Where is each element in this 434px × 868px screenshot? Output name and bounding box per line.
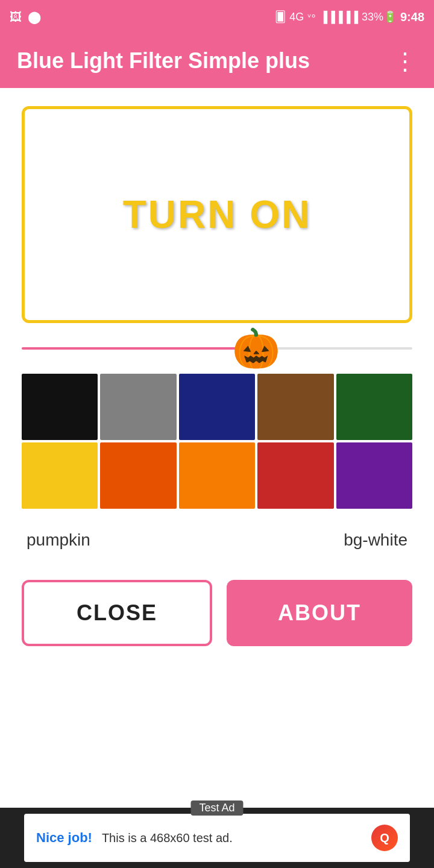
clock: 9:48	[400, 10, 424, 24]
color-cell-yellow[interactable]	[22, 442, 98, 509]
color-cell-red[interactable]	[257, 442, 333, 509]
battery-percent: 33%🔋	[362, 10, 397, 24]
status-bar: 🖼 ⬤ 🂠 4G ᵛᵒ ▐▐▐▐▐ 33%🔋 9:48	[0, 0, 434, 34]
color-cell-dark-orange[interactable]	[100, 442, 176, 509]
app-bar: Blue Light Filter Simple plus ⋮	[0, 34, 434, 88]
color-grid	[22, 374, 412, 509]
turn-on-box[interactable]: TURN ON	[22, 106, 412, 323]
slider-area[interactable]: 🎃	[22, 347, 412, 350]
color-cell-green[interactable]	[336, 374, 412, 440]
slider-thumb[interactable]: 🎃	[232, 329, 280, 368]
color-cell-purple[interactable]	[336, 442, 412, 509]
slider-fill	[22, 347, 264, 350]
overflow-menu-icon[interactable]: ⋮	[393, 47, 417, 75]
slider-track: 🎃	[22, 347, 412, 350]
ad-nice-job[interactable]: Nice job!	[36, 830, 92, 846]
volte-icon: ᵛᵒ	[307, 11, 316, 23]
turn-on-label: TURN ON	[123, 192, 312, 237]
color-cell-brown[interactable]	[257, 374, 333, 440]
color-cell-gray[interactable]	[100, 374, 176, 440]
status-right-info: 🂠 4G ᵛᵒ ▐▐▐▐▐ 33%🔋 9:48	[275, 10, 424, 24]
close-button[interactable]: CLOSE	[22, 580, 212, 646]
ad-banner: Test Ad Nice job! This is a 468x60 test …	[0, 808, 434, 868]
circle-icon: ⬤	[28, 10, 41, 24]
app-title: Blue Light Filter Simple plus	[17, 48, 310, 74]
main-content: TURN ON 🎃 pumpkin bg-white CLOSE ABOUT	[0, 88, 434, 868]
sim-icon: 🂠	[275, 10, 286, 24]
ad-logo: Q	[371, 825, 398, 851]
gallery-icon: 🖼	[10, 10, 22, 24]
signal-bars: ▐▐▐▐▐	[319, 11, 358, 24]
bg-label: bg-white	[344, 530, 407, 550]
buttons-row: CLOSE ABOUT	[22, 580, 412, 646]
network-4g: 4G	[289, 11, 304, 24]
color-cell-navy[interactable]	[179, 374, 255, 440]
status-left-icons: 🖼 ⬤	[10, 10, 41, 24]
ad-text: This is a 468x60 test ad.	[102, 831, 362, 845]
color-cell-black[interactable]	[22, 374, 98, 440]
about-button[interactable]: ABOUT	[227, 580, 412, 646]
ad-label: Test Ad	[190, 800, 243, 816]
ad-inner: Test Ad Nice job! This is a 468x60 test …	[24, 814, 410, 862]
filter-label: pumpkin	[27, 530, 90, 550]
labels-row: pumpkin bg-white	[22, 530, 412, 550]
color-cell-orange[interactable]	[179, 442, 255, 509]
